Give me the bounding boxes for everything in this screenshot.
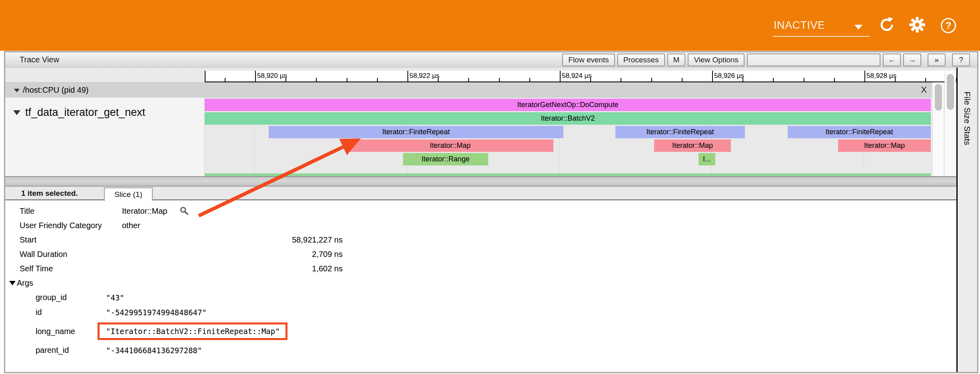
- panel-splitter[interactable]: [5, 176, 977, 187]
- file-size-stats-label: File Size Stats: [962, 92, 972, 145]
- minor-tick: [621, 78, 621, 82]
- trace-slice-label: I...: [703, 155, 711, 163]
- detail-row-self-time: Self Time1,602 ns: [5, 261, 956, 276]
- status-dropdown[interactable]: INACTIVE: [773, 16, 870, 37]
- minor-tick: [499, 78, 500, 82]
- refresh-icon: [879, 17, 895, 34]
- trace-slice-iterator-finiterepeat[interactable]: Iterator::FiniteRepeat: [788, 126, 931, 138]
- trace-slice-iterator-finiterepeat[interactable]: Iterator::FiniteRepeat: [615, 126, 745, 138]
- trace-slice-label: Iterator::BatchV2: [541, 114, 595, 122]
- find-previous-button[interactable]: ←: [883, 54, 901, 66]
- minor-tick: [742, 78, 743, 82]
- trace-slice-label: Iterator::Map: [430, 141, 471, 149]
- status-dropdown-caret-icon: [854, 25, 862, 30]
- field-value-wall-duration: 2,709 ns: [122, 250, 343, 259]
- time-ruler[interactable]: 58,920 µs58,922 µs58,924 µs58,926 µs58,9…: [205, 71, 956, 82]
- process-header-row: /host:CPU (pid 49) X: [5, 82, 932, 97]
- trace-slice-label: Iterator::FiniteRepeat: [382, 128, 450, 136]
- toolbar-button-m[interactable]: M: [667, 54, 686, 66]
- arg-row-parent-id: parent_id"-344106684136297288": [5, 343, 956, 358]
- minor-tick: [316, 78, 317, 82]
- minor-tick: [590, 78, 591, 82]
- selection-status: 1 item selected.: [21, 189, 78, 198]
- refresh-button[interactable]: [878, 17, 896, 34]
- more-options-button[interactable]: »: [928, 54, 946, 66]
- arg-key-long-name: long_name: [5, 327, 106, 336]
- minor-tick: [438, 78, 439, 82]
- selection-panel-header: 1 item selected. Slice (1): [5, 187, 956, 200]
- track-label[interactable]: tf_data_iterator_get_next: [25, 106, 145, 119]
- toolbar-button-view-options[interactable]: View Options: [688, 54, 744, 66]
- find-next-button[interactable]: →: [903, 54, 921, 66]
- track-expander-icon[interactable]: [13, 110, 20, 115]
- trace-slice-iteratorgetnextop-docompute[interactable]: IteratorGetNextOp::DoCompute: [205, 99, 931, 111]
- timeline-area: 58,920 µs58,922 µs58,924 µs58,926 µs58,9…: [5, 68, 977, 176]
- trace-slice-iterator-finiterepeat[interactable]: Iterator::FiniteRepeat: [269, 126, 563, 138]
- find-input[interactable]: [747, 54, 880, 66]
- tab-slice[interactable]: Slice (1): [104, 187, 153, 201]
- detail-row-user-friendly-category: User Friendly Categoryother: [5, 218, 956, 233]
- help-button[interactable]: ?: [940, 17, 957, 34]
- toolbar-help-button[interactable]: ?: [952, 54, 970, 66]
- arg-value-parent-id: "-344106684136297288": [106, 346, 202, 355]
- trace-slice-iterator-map[interactable]: Iterator::Map: [838, 139, 931, 152]
- track-label-panel: tf_data_iterator_get_next: [5, 97, 205, 176]
- tick-label: 58,928 µs: [866, 72, 896, 80]
- outer-scrollbar-thumb[interactable]: [947, 74, 954, 110]
- args-label: Args: [17, 279, 33, 288]
- major-tick: [864, 71, 865, 82]
- trace-slice-iterator-batchv2[interactable]: Iterator::BatchV2: [205, 112, 931, 125]
- app-header: INACTIVE: [0, 0, 980, 51]
- tick-label: 58,924 µs: [562, 72, 592, 80]
- minor-tick: [529, 78, 530, 82]
- detail-row-start: Start58,921,227 ns: [5, 233, 956, 247]
- inner-scrollbar-thumb[interactable]: [935, 84, 942, 111]
- field-value-user-friendly-category: other: [122, 221, 140, 230]
- outer-scrollbar-track[interactable]: [944, 71, 956, 176]
- trace-slice-iterator-map[interactable]: Iterator::Map: [347, 139, 553, 152]
- toolbar-button-flow-events[interactable]: Flow events: [562, 54, 615, 66]
- arg-value-group-id: "43": [106, 293, 124, 302]
- trace-toolbar: Trace View Flow eventsProcessesMView Opt…: [5, 52, 977, 68]
- major-tick: [560, 71, 561, 82]
- toolbar-button-processes[interactable]: Processes: [617, 54, 665, 66]
- arg-key-parent-id: parent_id: [5, 346, 106, 355]
- arg-key-group-id: group_id: [5, 293, 106, 302]
- tick-label: 58,926 µs: [714, 72, 744, 80]
- inner-scrollbar-track[interactable]: [932, 82, 944, 176]
- arg-row-long-name: long_name"Iterator::BatchV2::FiniteRepea…: [5, 320, 956, 343]
- major-tick: [255, 71, 256, 82]
- process-expander-icon[interactable]: [14, 89, 20, 92]
- trace-bottom-strip[interactable]: [205, 173, 931, 176]
- args-section-header[interactable]: Args: [5, 276, 956, 290]
- field-value-title: Iterator::Map: [122, 207, 167, 216]
- process-header-label[interactable]: /host:CPU (pid 49): [23, 86, 89, 95]
- status-label: INACTIVE: [774, 19, 825, 32]
- trace-slice-label: Iterator::Map: [864, 141, 905, 149]
- detail-row-wall-duration: Wall Duration2,709 ns: [5, 247, 956, 261]
- major-tick: [712, 71, 713, 82]
- minor-tick: [773, 78, 774, 82]
- minor-tick: [804, 78, 804, 82]
- settings-button[interactable]: [908, 17, 926, 34]
- close-track-button[interactable]: X: [921, 85, 927, 95]
- minor-tick: [347, 78, 347, 82]
- magnifier-icon[interactable]: [179, 206, 189, 216]
- trace-slice-iterator-map[interactable]: Iterator::Map: [654, 139, 731, 152]
- trace-slice-i[interactable]: I...: [699, 153, 715, 165]
- trace-slice-iterator-range[interactable]: Iterator::Range: [403, 153, 488, 165]
- help-icon: ?: [941, 18, 956, 33]
- gear-icon: [909, 16, 926, 35]
- field-label-start: Start: [5, 235, 122, 245]
- minor-tick: [468, 78, 469, 82]
- trace-slice-label: IteratorGetNextOp::DoCompute: [517, 101, 618, 109]
- arg-value-long-name: "Iterator::BatchV2::FiniteRepeat::Map": [106, 327, 280, 336]
- trace-view-title: Trace View: [20, 55, 59, 64]
- trace-slice-label: Iterator::Map: [672, 141, 713, 149]
- tab-file-size-stats[interactable]: File Size Stats: [956, 68, 977, 372]
- detail-row-title: TitleIterator::Map: [5, 204, 956, 218]
- minor-tick: [377, 78, 378, 82]
- field-label-title: Title: [5, 207, 122, 216]
- field-label-wall-duration: Wall Duration: [5, 250, 122, 259]
- arg-row-group-id: group_id"43": [5, 290, 956, 305]
